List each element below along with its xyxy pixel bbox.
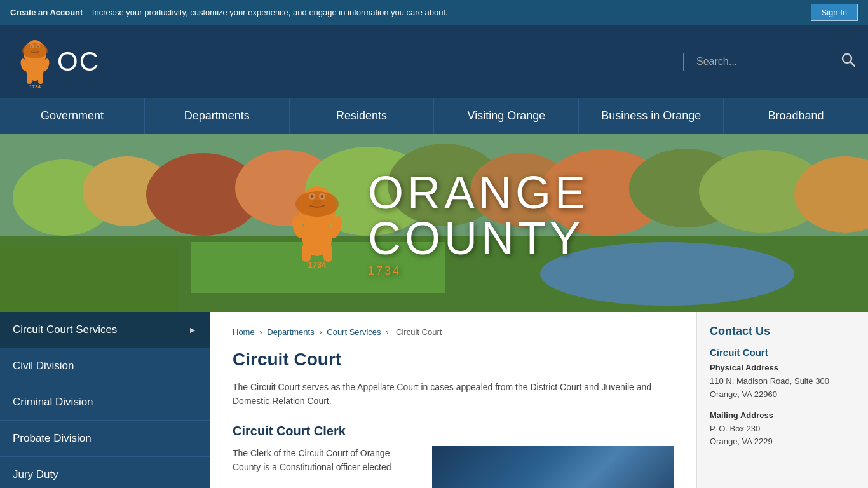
search-button[interactable]: [841, 53, 855, 71]
hero-line1: ORANGE: [368, 170, 589, 215]
section-text-clerk: The Clerk of the Circuit Court of Orange…: [233, 446, 419, 475]
breadcrumb-current: Circuit Court: [396, 327, 442, 337]
sidebar-item-probate-division[interactable]: Probate Division: [0, 421, 210, 457]
logo-oc: OC: [57, 48, 100, 75]
page-title: Circuit Court: [233, 349, 674, 370]
sidebar-item-label: Jury Duty: [13, 468, 58, 481]
svg-point-44: [295, 191, 339, 217]
svg-rect-31: [0, 248, 178, 312]
breadcrumb-sep3: ›: [386, 327, 391, 337]
svg-line-15: [851, 62, 855, 66]
section-title-clerk: Circuit Court Clerk: [233, 424, 674, 438]
nav-item-broadband[interactable]: Broadband: [724, 98, 868, 134]
breadcrumb-sep1: ›: [259, 327, 264, 337]
section-body-text: The Clerk of the Circuit Court of Orange…: [233, 446, 419, 488]
court-image: [432, 446, 674, 488]
search-input[interactable]: [696, 56, 836, 67]
svg-rect-41: [323, 244, 332, 262]
svg-rect-40: [302, 244, 311, 262]
hero-line2: COUNTY: [368, 215, 589, 261]
sidebar-item-label: Circuit Court Services: [13, 323, 117, 336]
sidebar-item-label: Probate Division: [13, 432, 92, 445]
svg-rect-8: [27, 74, 32, 84]
contact-section-title: Circuit Court: [710, 347, 855, 358]
sidebar-item-jury-duty[interactable]: Jury Duty: [0, 457, 210, 488]
hero-county-text: ORANGE COUNTY 1734: [368, 170, 589, 276]
create-account-link[interactable]: Create an Account: [10, 8, 83, 17]
search-area: [683, 53, 855, 71]
banner-text: Create an Account – Increase your produc…: [10, 8, 448, 17]
breadcrumb-home[interactable]: Home: [233, 327, 255, 337]
physical-address-label: Physical Address: [710, 363, 855, 372]
site-header: 1734 OC: [0, 25, 868, 98]
physical-address: 110 N. Madison Road, Suite 300Orange, VA…: [710, 375, 855, 402]
nav-item-visiting-orange[interactable]: Visiting Orange: [434, 98, 579, 134]
page-description: The Circuit Court serves as the Appellat…: [233, 380, 674, 409]
sidebar-item-criminal-division[interactable]: Criminal Division: [0, 384, 210, 421]
nav-item-residents[interactable]: Residents: [290, 98, 435, 134]
lion-logo-icon: 1734: [13, 34, 57, 88]
search-icon: [841, 53, 855, 67]
sidebar-item-label: Criminal Division: [13, 396, 93, 409]
svg-rect-9: [38, 74, 43, 84]
svg-point-12: [22, 43, 48, 58]
svg-text:1734: 1734: [29, 84, 41, 88]
breadcrumb-court-services[interactable]: Court Services: [327, 327, 381, 337]
sidebar-item-label: Civil Division: [13, 360, 74, 372]
nav-item-departments[interactable]: Departments: [145, 98, 290, 134]
nav-item-government[interactable]: Government: [0, 98, 145, 134]
main-nav: Government Departments Residents Visitin…: [0, 98, 868, 134]
sidebar-item-civil-division[interactable]: Civil Division: [0, 348, 210, 384]
hero-banner: 1734 ORANGE COUNTY 1734: [0, 134, 868, 312]
banner-description: – Increase your productivity, customize …: [83, 8, 447, 17]
sidebar: Circuit Court Services ► Civil Division …: [0, 312, 210, 488]
contact-us-title: Contact Us: [710, 325, 855, 338]
main-content: Home › Departments › Court Services › Ci…: [210, 312, 696, 488]
hero-county-name: ORANGE COUNTY 1734: [368, 170, 589, 276]
nav-item-business-in-orange[interactable]: Business in Orange: [579, 98, 724, 134]
svg-text:1734: 1734: [308, 260, 327, 269]
logo-area[interactable]: 1734 OC: [13, 34, 100, 88]
contact-sidebar: Contact Us Circuit Court Physical Addres…: [696, 312, 868, 488]
hero-logo-overlay: 1734 ORANGE COUNTY 1734: [279, 170, 589, 276]
sign-in-button[interactable]: Sign In: [811, 4, 858, 21]
sidebar-item-circuit-court-services[interactable]: Circuit Court Services ►: [0, 312, 210, 348]
logo-text: OC: [57, 48, 100, 75]
breadcrumb-departments[interactable]: Departments: [267, 327, 314, 337]
sidebar-arrow-icon: ►: [188, 325, 197, 335]
content-wrapper: Circuit Court Services ► Civil Division …: [0, 312, 868, 488]
hero-lion-icon: 1734: [279, 177, 355, 269]
breadcrumb-sep2: ›: [319, 327, 324, 337]
mailing-address-label: Mailing Address: [710, 410, 855, 420]
breadcrumb: Home › Departments › Court Services › Ci…: [233, 327, 674, 337]
content-row: The Clerk of the Circuit Court of Orange…: [233, 446, 674, 488]
hero-year: 1734: [368, 265, 589, 276]
top-banner: Create an Account – Increase your produc…: [0, 0, 868, 25]
mailing-address: P. O. Box 230Orange, VA 2229: [710, 423, 855, 449]
